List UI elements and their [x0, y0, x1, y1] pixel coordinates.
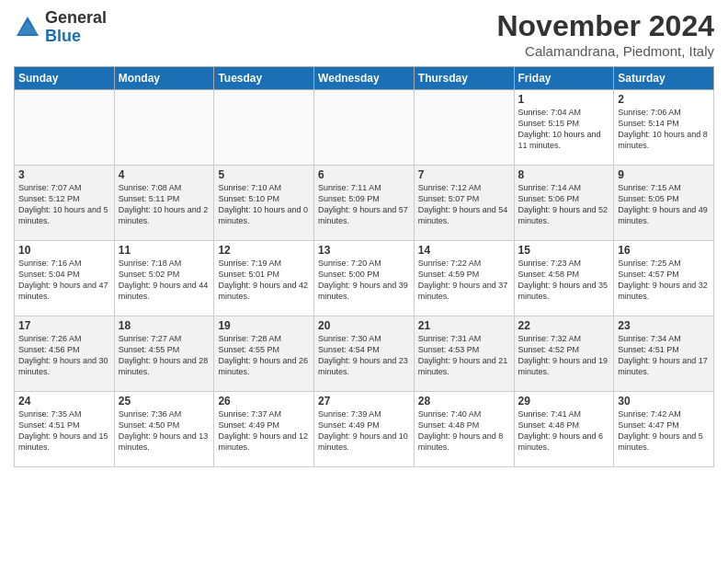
day-info: Sunrise: 7:11 AM Sunset: 5:09 PM Dayligh…: [318, 182, 410, 227]
table-row: 1Sunrise: 7:04 AM Sunset: 5:15 PM Daylig…: [514, 90, 614, 166]
day-number: 16: [618, 244, 710, 257]
day-info: Sunrise: 7:37 AM Sunset: 4:49 PM Dayligh…: [218, 408, 310, 454]
table-row: 27Sunrise: 7:39 AM Sunset: 4:49 PM Dayli…: [314, 392, 415, 467]
title-block: November 2024 Calamandrana, Piedmont, It…: [496, 9, 714, 59]
logo: General Blue: [14, 9, 107, 46]
table-row: [414, 90, 514, 166]
day-info: Sunrise: 7:31 AM Sunset: 4:53 PM Dayligh…: [418, 333, 510, 378]
header-friday: Friday: [514, 67, 614, 90]
day-number: 19: [218, 319, 310, 332]
day-number: 2: [618, 93, 710, 106]
table-row: 17Sunrise: 7:26 AM Sunset: 4:56 PM Dayli…: [15, 316, 115, 392]
day-number: 8: [518, 168, 610, 181]
day-info: Sunrise: 7:39 AM Sunset: 4:49 PM Dayligh…: [318, 408, 410, 454]
day-info: Sunrise: 7:35 AM Sunset: 4:51 PM Dayligh…: [18, 408, 110, 454]
day-info: Sunrise: 7:23 AM Sunset: 4:58 PM Dayligh…: [518, 258, 610, 303]
day-info: Sunrise: 7:04 AM Sunset: 5:15 PM Dayligh…: [518, 107, 610, 152]
day-info: Sunrise: 7:25 AM Sunset: 4:57 PM Dayligh…: [618, 258, 710, 303]
table-row: 14Sunrise: 7:22 AM Sunset: 4:59 PM Dayli…: [414, 241, 514, 316]
table-row: 13Sunrise: 7:20 AM Sunset: 5:00 PM Dayli…: [314, 241, 415, 316]
table-row: 19Sunrise: 7:28 AM Sunset: 4:55 PM Dayli…: [214, 316, 314, 392]
table-row: 4Sunrise: 7:08 AM Sunset: 5:11 PM Daylig…: [114, 166, 214, 241]
day-number: 27: [318, 395, 410, 408]
day-info: Sunrise: 7:15 AM Sunset: 5:05 PM Dayligh…: [618, 182, 710, 227]
page: General Blue November 2024 Calamandrana,…: [0, 0, 728, 563]
logo-icon: [14, 14, 41, 41]
svg-marker-1: [18, 20, 38, 34]
day-info: Sunrise: 7:36 AM Sunset: 4:50 PM Dayligh…: [119, 408, 210, 454]
day-info: Sunrise: 7:40 AM Sunset: 4:48 PM Dayligh…: [418, 408, 510, 454]
table-row: 10Sunrise: 7:16 AM Sunset: 5:04 PM Dayli…: [15, 241, 115, 316]
day-info: Sunrise: 7:06 AM Sunset: 5:14 PM Dayligh…: [618, 107, 710, 152]
table-row: 25Sunrise: 7:36 AM Sunset: 4:50 PM Dayli…: [114, 392, 214, 467]
table-row: 21Sunrise: 7:31 AM Sunset: 4:53 PM Dayli…: [414, 316, 514, 392]
logo-general-text: General: [45, 9, 107, 28]
table-row: 2Sunrise: 7:06 AM Sunset: 5:14 PM Daylig…: [614, 90, 714, 166]
table-row: 12Sunrise: 7:19 AM Sunset: 5:01 PM Dayli…: [214, 241, 314, 316]
table-row: [214, 90, 314, 166]
header-saturday: Saturday: [614, 67, 714, 90]
table-row: 11Sunrise: 7:18 AM Sunset: 5:02 PM Dayli…: [114, 241, 214, 316]
day-number: 24: [18, 395, 110, 408]
table-row: 29Sunrise: 7:41 AM Sunset: 4:48 PM Dayli…: [514, 392, 614, 467]
logo-text: General Blue: [45, 9, 107, 46]
day-info: Sunrise: 7:41 AM Sunset: 4:48 PM Dayligh…: [518, 408, 610, 454]
calendar-header-row: Sunday Monday Tuesday Wednesday Thursday…: [15, 67, 714, 90]
calendar-week-row: 24Sunrise: 7:35 AM Sunset: 4:51 PM Dayli…: [15, 392, 714, 467]
day-number: 11: [119, 244, 210, 257]
day-number: 20: [318, 319, 410, 332]
day-number: 29: [518, 395, 610, 408]
day-number: 6: [318, 168, 410, 181]
day-number: 17: [18, 319, 110, 332]
table-row: 6Sunrise: 7:11 AM Sunset: 5:09 PM Daylig…: [314, 166, 415, 241]
day-info: Sunrise: 7:22 AM Sunset: 4:59 PM Dayligh…: [418, 258, 510, 303]
day-number: 21: [418, 319, 510, 332]
header-tuesday: Tuesday: [214, 67, 314, 90]
day-info: Sunrise: 7:20 AM Sunset: 5:00 PM Dayligh…: [318, 258, 410, 303]
day-number: 23: [618, 319, 710, 332]
table-row: 30Sunrise: 7:42 AM Sunset: 4:47 PM Dayli…: [614, 392, 714, 467]
table-row: 24Sunrise: 7:35 AM Sunset: 4:51 PM Dayli…: [15, 392, 115, 467]
day-number: 18: [119, 319, 210, 332]
day-number: 26: [218, 395, 310, 408]
header-wednesday: Wednesday: [314, 67, 415, 90]
table-row: [314, 90, 415, 166]
header-monday: Monday: [114, 67, 214, 90]
day-info: Sunrise: 7:08 AM Sunset: 5:11 PM Dayligh…: [119, 182, 210, 227]
day-info: Sunrise: 7:27 AM Sunset: 4:55 PM Dayligh…: [119, 333, 210, 378]
day-info: Sunrise: 7:30 AM Sunset: 4:54 PM Dayligh…: [318, 333, 410, 378]
day-info: Sunrise: 7:14 AM Sunset: 5:06 PM Dayligh…: [518, 182, 610, 227]
calendar-title: November 2024: [496, 9, 714, 43]
day-info: Sunrise: 7:16 AM Sunset: 5:04 PM Dayligh…: [18, 258, 110, 303]
day-info: Sunrise: 7:19 AM Sunset: 5:01 PM Dayligh…: [218, 258, 310, 303]
day-number: 12: [218, 244, 310, 257]
day-number: 15: [518, 244, 610, 257]
header-sunday: Sunday: [15, 67, 115, 90]
table-row: 3Sunrise: 7:07 AM Sunset: 5:12 PM Daylig…: [15, 166, 115, 241]
table-row: 16Sunrise: 7:25 AM Sunset: 4:57 PM Dayli…: [614, 241, 714, 316]
day-number: 10: [18, 244, 110, 257]
day-info: Sunrise: 7:12 AM Sunset: 5:07 PM Dayligh…: [418, 182, 510, 227]
calendar-week-row: 3Sunrise: 7:07 AM Sunset: 5:12 PM Daylig…: [15, 166, 714, 241]
table-row: [15, 90, 115, 166]
day-number: 7: [418, 168, 510, 181]
day-number: 14: [418, 244, 510, 257]
day-info: Sunrise: 7:10 AM Sunset: 5:10 PM Dayligh…: [218, 182, 310, 227]
table-row: 26Sunrise: 7:37 AM Sunset: 4:49 PM Dayli…: [214, 392, 314, 467]
table-row: 9Sunrise: 7:15 AM Sunset: 5:05 PM Daylig…: [614, 166, 714, 241]
day-number: 13: [318, 244, 410, 257]
day-number: 30: [618, 395, 710, 408]
day-number: 22: [518, 319, 610, 332]
day-number: 9: [618, 168, 710, 181]
table-row: 7Sunrise: 7:12 AM Sunset: 5:07 PM Daylig…: [414, 166, 514, 241]
calendar-week-row: 10Sunrise: 7:16 AM Sunset: 5:04 PM Dayli…: [15, 241, 714, 316]
day-number: 4: [119, 168, 210, 181]
day-info: Sunrise: 7:26 AM Sunset: 4:56 PM Dayligh…: [18, 333, 110, 378]
table-row: 15Sunrise: 7:23 AM Sunset: 4:58 PM Dayli…: [514, 241, 614, 316]
day-number: 5: [218, 168, 310, 181]
day-info: Sunrise: 7:18 AM Sunset: 5:02 PM Dayligh…: [119, 258, 210, 303]
table-row: 23Sunrise: 7:34 AM Sunset: 4:51 PM Dayli…: [614, 316, 714, 392]
logo-blue-text: Blue: [45, 28, 107, 46]
day-info: Sunrise: 7:07 AM Sunset: 5:12 PM Dayligh…: [18, 182, 110, 227]
table-row: 22Sunrise: 7:32 AM Sunset: 4:52 PM Dayli…: [514, 316, 614, 392]
